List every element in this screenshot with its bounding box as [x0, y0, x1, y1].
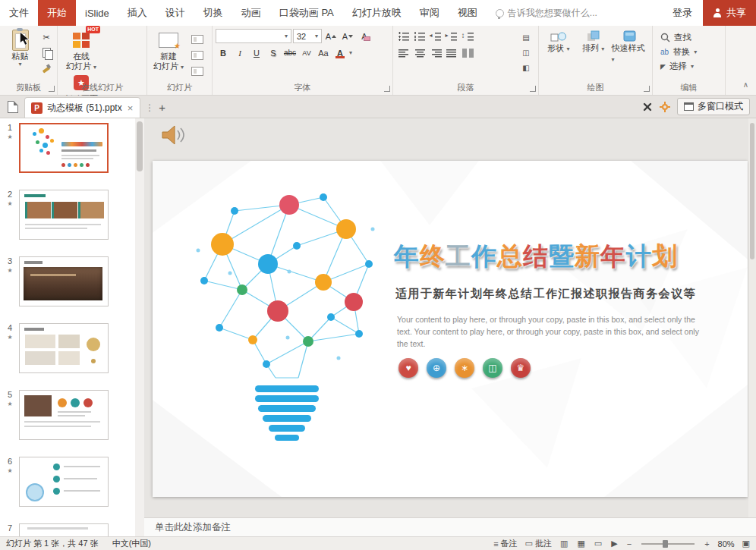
font-color-dropdown-icon[interactable]: ▾ — [349, 50, 352, 56]
slide-subtitle[interactable]: 适用于新年计划年终总结工作汇报述职报告商务会议等 — [395, 287, 696, 301]
share-button[interactable]: 共享 — [703, 0, 756, 26]
menu-tab-7[interactable]: 动画 — [232, 0, 270, 26]
slide-body-text[interactable]: Your content to play here, or through yo… — [397, 314, 699, 350]
multi-window-mode-button[interactable]: 多窗口模式 — [677, 98, 750, 115]
slide-title[interactable]: 年终工作总结暨新年计划 — [394, 240, 678, 274]
reset-slide-button[interactable] — [190, 48, 205, 62]
menu-tab-11[interactable]: 视图 — [449, 0, 487, 26]
thumbnail-item-3[interactable]: 3★ — [3, 256, 132, 316]
slide-editing-surface[interactable]: 年终工作总结暨新年计划 适用于新年计划年终总结工作汇报述职报告商务会议等 You… — [153, 161, 748, 497]
arrange-button[interactable]: 排列 ▾ — [577, 29, 610, 63]
menu-tab-2-active[interactable]: 开始 — [38, 0, 76, 26]
align-right-button[interactable] — [428, 46, 443, 60]
zoom-slider-thumb[interactable] — [663, 540, 668, 548]
zoom-out-button[interactable]: − — [626, 539, 632, 548]
paragraph-dialog-launcher[interactable] — [530, 86, 536, 92]
slide-sorter-view-button[interactable]: ▦ — [576, 539, 585, 548]
menu-tab-1[interactable]: 文件 — [0, 0, 38, 26]
decrease-font-size-button[interactable]: A — [340, 29, 355, 43]
notes-pane[interactable]: 单击此处添加备注 — [144, 517, 756, 536]
clipboard-dialog-launcher[interactable] — [49, 86, 55, 92]
thumbnail-item-4[interactable]: 4★ — [3, 323, 132, 382]
text-shadow-button[interactable]: S — [266, 46, 281, 60]
slide-thumbnail-1[interactable] — [19, 123, 109, 173]
replace-button[interactable]: ab 替换 ▾ — [656, 45, 722, 59]
audio-speaker-icon[interactable] — [161, 124, 187, 149]
slide-layout-button[interactable] — [190, 32, 205, 46]
fit-to-window-button[interactable]: ▣ — [742, 539, 750, 548]
clear-formatting-button[interactable]: A — [357, 29, 372, 43]
new-slide-button[interactable]: 新建 幻灯片 ▾ — [150, 29, 187, 71]
paste-dropdown-icon[interactable]: ▾ — [18, 61, 21, 68]
quick-styles-button[interactable]: 快速样式 ▾ — [612, 29, 649, 63]
format-painter-button[interactable] — [39, 61, 54, 75]
thumbnail-item-7[interactable]: 7 — [3, 523, 132, 536]
thumbnail-item-1[interactable]: 1★ — [3, 123, 132, 182]
status-comments-button[interactable]: ▭ 批注 — [525, 538, 552, 549]
cut-button[interactable]: ✂ — [39, 30, 54, 45]
document-icon[interactable] — [8, 101, 18, 113]
canvas-scrollbar-thumb[interactable] — [750, 123, 754, 259]
thumbnail-scrollbar[interactable] — [135, 118, 144, 536]
zoom-slider[interactable] — [641, 543, 695, 545]
select-button[interactable]: ◤ 选择 ▾ — [656, 59, 722, 74]
thumbnail-item-2[interactable]: 2★ — [3, 190, 132, 249]
text-direction-button[interactable]: ▤ — [518, 30, 534, 45]
convert-smartart-button[interactable]: ◧ — [518, 61, 534, 75]
slide-badges[interactable]: ♥⊕∗◫♛ — [398, 358, 531, 378]
login-button[interactable]: 登录 — [662, 0, 703, 26]
slide-thumbnail-5[interactable] — [19, 390, 109, 440]
copy-button[interactable] — [39, 46, 54, 60]
menu-tab-9[interactable]: 幻灯片放映 — [343, 0, 411, 26]
section-button[interactable] — [190, 64, 205, 78]
drawing-dialog-launcher[interactable] — [644, 86, 650, 92]
bold-button[interactable]: B — [216, 46, 231, 60]
slide-thumbnail-3[interactable] — [19, 256, 109, 306]
gear-icon[interactable] — [660, 102, 670, 112]
numbering-button[interactable] — [412, 29, 427, 43]
find-button[interactable]: 查找 — [656, 30, 722, 45]
font-dialog-launcher[interactable] — [384, 86, 390, 92]
character-spacing-button[interactable]: AV — [299, 46, 314, 60]
thumbnail-item-5[interactable]: 5★ — [3, 390, 132, 449]
line-spacing-button[interactable] — [460, 29, 475, 43]
thumbnail-item-6[interactable]: 6★ — [3, 457, 132, 516]
thumbnail-scrollbar-thumb[interactable] — [137, 121, 143, 171]
new-tab-button[interactable]: + — [159, 101, 165, 114]
reading-view-button[interactable]: ▭ — [594, 539, 603, 548]
slide-thumbnail-4[interactable] — [19, 323, 109, 373]
strikethrough-button[interactable]: abc — [282, 46, 298, 60]
slideshow-button[interactable]: ▶ — [610, 539, 618, 548]
zoom-level[interactable]: 80% — [718, 539, 735, 548]
font-name-select[interactable]: ▾ — [216, 29, 291, 43]
tools-icon[interactable] — [642, 102, 653, 112]
italic-button[interactable]: I — [232, 46, 247, 60]
document-tab[interactable]: P 动态模板 (51).pptx × — [24, 97, 140, 118]
tab-menu-icon[interactable]: ⋮ — [145, 102, 154, 113]
status-notes-button[interactable]: ≡ 备注 — [493, 538, 517, 549]
columns-button[interactable] — [460, 46, 475, 60]
close-tab-icon[interactable]: × — [127, 102, 134, 114]
canvas-scrollbar[interactable] — [748, 118, 756, 536]
slide-thumbnail-6[interactable] — [19, 457, 109, 507]
increase-font-size-button[interactable]: A — [323, 29, 339, 43]
menu-tab-4[interactable]: 插入 — [118, 0, 156, 26]
change-case-button[interactable]: Aa — [316, 46, 331, 60]
slide-thumbnail-7[interactable] — [19, 523, 109, 536]
increase-indent-button[interactable] — [444, 29, 459, 43]
menu-tab-3[interactable]: iSlide — [76, 0, 118, 26]
tell-me-box[interactable]: 告诉我您想要做什么... — [496, 0, 597, 26]
decrease-indent-button[interactable] — [428, 29, 443, 43]
collapse-ribbon-button[interactable]: ∧ — [743, 80, 748, 89]
shapes-button[interactable]: 形状 ▾ — [542, 29, 575, 63]
font-color-button[interactable]: A — [332, 46, 348, 60]
zoom-in-button[interactable]: + — [704, 539, 710, 548]
menu-tab-6[interactable]: 切换 — [194, 0, 232, 26]
bullets-button[interactable] — [396, 29, 411, 43]
font-size-select[interactable]: 32 ▾ — [293, 29, 322, 43]
menu-tab-5[interactable]: 设计 — [156, 0, 194, 26]
align-text-button[interactable]: ◫ — [518, 46, 534, 60]
align-center-button[interactable] — [412, 46, 427, 60]
online-slides-button[interactable]: HOT 在线 幻灯片 ▾ — [61, 29, 102, 71]
language-indicator[interactable]: 中文(中国) — [112, 538, 151, 549]
